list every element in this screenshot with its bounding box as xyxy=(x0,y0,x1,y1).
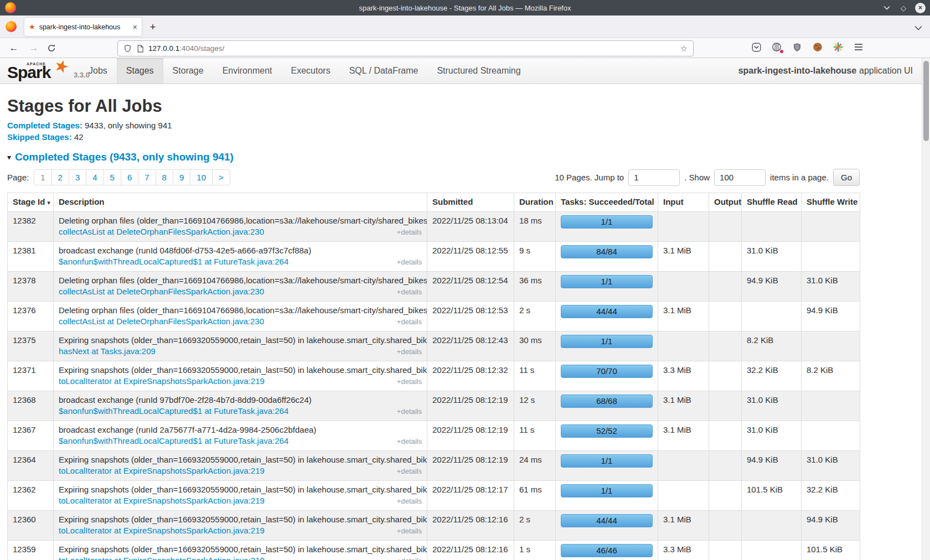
extension-asterisk-icon[interactable] xyxy=(832,41,844,53)
details-toggle[interactable]: +details xyxy=(397,556,422,560)
items-per-page-input[interactable] xyxy=(714,169,766,186)
input-cell xyxy=(658,331,709,361)
nav-item-storage[interactable]: Storage xyxy=(163,58,213,84)
nav-item-stages[interactable]: Stages xyxy=(117,58,163,84)
column-header-tasks-succeeded-total[interactable]: Tasks: Succeeded/Total xyxy=(556,193,658,212)
page-button-6[interactable]: 6 xyxy=(121,169,138,185)
forward-button[interactable]: → xyxy=(27,41,41,55)
tabs-list-button[interactable] xyxy=(914,23,922,33)
ublock-shield-icon[interactable] xyxy=(791,41,803,53)
details-toggle[interactable]: +details xyxy=(397,317,422,328)
reload-button[interactable] xyxy=(44,41,59,55)
stage-callsite-link[interactable]: collectAsList at DeleteOrphanFilesSparkA… xyxy=(59,226,264,237)
stage-callsite-link[interactable]: $anonfun$withThreadLocalCaptured$1 at Fu… xyxy=(59,256,288,267)
duration-cell: 24 ms xyxy=(514,451,556,481)
page-scrollbar[interactable] xyxy=(922,58,930,560)
stage-callsite-link[interactable]: hasNext at Tasks.java:209 xyxy=(59,346,156,357)
column-header-stage-id[interactable]: Stage Id▾ xyxy=(8,193,54,212)
go-button[interactable]: Go xyxy=(833,169,860,186)
shuffle-write-cell: 8.2 KiB xyxy=(802,361,860,391)
jump-to-page-input[interactable] xyxy=(628,169,680,186)
submitted-cell: 2022/11/25 08:12:16 xyxy=(427,541,514,560)
page-button-3[interactable]: 3 xyxy=(69,169,86,185)
page-info-icon[interactable] xyxy=(137,44,144,53)
tasks-progress-bar: 46/46 xyxy=(561,544,653,557)
page-button-8[interactable]: 8 xyxy=(156,169,173,185)
nav-item-executors[interactable]: Executors xyxy=(281,58,339,84)
bookmark-star-icon[interactable]: ☆ xyxy=(680,44,688,54)
nav-item-sql-dataframe[interactable]: SQL / DataFrame xyxy=(340,58,428,84)
spark-navbar: APACHE Spark ★ 3.3.0 JobsStagesStorageEn… xyxy=(0,58,922,84)
stage-description: broadcast exchange (runId 97bdf70e-2f28-… xyxy=(59,395,422,406)
account-container-icon[interactable] xyxy=(771,41,783,53)
column-header-description[interactable]: Description xyxy=(54,193,427,212)
nav-item-structured-streaming[interactable]: Structured Streaming xyxy=(427,58,530,84)
stage-callsite-link[interactable]: toLocalIterator at ExpireSnapshotsSparkA… xyxy=(59,465,265,476)
account-alert-badge xyxy=(779,49,784,54)
pocket-icon[interactable] xyxy=(750,41,762,53)
shuffle-write-cell: 101.5 KiB xyxy=(802,541,860,560)
tasks-cell: 44/44 xyxy=(556,302,658,331)
stage-table-row: 12371 Expiring snapshots (older_than=166… xyxy=(8,361,860,391)
stage-callsite-link[interactable]: toLocalIterator at ExpireSnapshotsSparkA… xyxy=(59,555,265,560)
scrollbar-thumb[interactable] xyxy=(923,61,929,141)
column-header-duration[interactable]: Duration xyxy=(514,193,556,212)
tasks-progress-bar: 1/1 xyxy=(561,275,653,288)
new-tab-button[interactable]: + xyxy=(145,19,161,35)
stage-id-cell: 12362 xyxy=(8,481,54,511)
tasks-cell: 1/1 xyxy=(556,272,658,302)
submitted-cell: 2022/11/25 08:12:19 xyxy=(427,451,514,481)
page-button-10[interactable]: 10 xyxy=(190,169,213,185)
shuffle-read-cell xyxy=(742,302,802,331)
back-button[interactable]: ← xyxy=(7,41,21,55)
page-button-5[interactable]: 5 xyxy=(104,169,121,185)
stage-callsite-link[interactable]: toLocalIterator at ExpireSnapshotsSparkA… xyxy=(59,525,265,536)
details-toggle[interactable]: +details xyxy=(397,436,422,447)
page-button-9[interactable]: 9 xyxy=(173,169,190,185)
column-header-shuffle-write[interactable]: Shuffle Write xyxy=(802,193,860,212)
tab-close-icon[interactable]: × xyxy=(133,23,137,32)
stage-callsite-link[interactable]: toLocalIterator at ExpireSnapshotsSparkA… xyxy=(59,495,265,506)
column-header-shuffle-read[interactable]: Shuffle Read xyxy=(742,193,802,212)
stage-table-row: 12376 Deleting orphan files (older_than=… xyxy=(8,302,860,331)
cookie-icon[interactable] xyxy=(812,41,824,53)
details-toggle[interactable]: +details xyxy=(397,496,422,507)
page-button-2[interactable]: 2 xyxy=(51,169,69,185)
stage-callsite-link[interactable]: collectAsList at DeleteOrphanFilesSparkA… xyxy=(59,286,264,297)
details-toggle[interactable]: +details xyxy=(397,526,422,537)
column-header-output[interactable]: Output xyxy=(709,193,742,212)
details-toggle[interactable]: +details xyxy=(397,466,422,477)
stage-table-row: 12382 Deleting orphan files (older_than=… xyxy=(8,212,860,242)
details-toggle[interactable]: +details xyxy=(397,257,422,268)
details-toggle[interactable]: +details xyxy=(397,227,422,238)
url-bar[interactable]: 127.0.0.1:4040/stages/ ☆ xyxy=(117,40,694,56)
browser-tab[interactable]: ★ spark-ingest-into-lakehous × xyxy=(24,18,142,36)
details-toggle[interactable]: +details xyxy=(397,406,422,417)
completed-stages-section-toggle[interactable]: ▾Completed Stages (9433, only showing 94… xyxy=(7,151,922,164)
window-close-button[interactable]: × xyxy=(915,3,926,13)
input-cell xyxy=(658,451,709,481)
details-toggle[interactable]: +details xyxy=(397,346,422,357)
page-button-4[interactable]: 4 xyxy=(86,169,104,185)
details-toggle[interactable]: +details xyxy=(397,287,422,298)
column-header-input[interactable]: Input xyxy=(658,193,709,212)
shield-permissions-icon[interactable] xyxy=(123,44,132,53)
column-header-submitted[interactable]: Submitted xyxy=(427,193,514,212)
menu-hamburger-icon[interactable] xyxy=(852,41,865,53)
submitted-cell: 2022/11/25 08:12:19 xyxy=(427,391,514,421)
details-toggle[interactable]: +details xyxy=(397,376,422,387)
tasks-cell: 1/1 xyxy=(556,212,658,242)
window-minimize-button[interactable] xyxy=(882,3,892,13)
page-button-1[interactable]: 1 xyxy=(34,169,51,185)
stage-callsite-link[interactable]: $anonfun$withThreadLocalCaptured$1 at Fu… xyxy=(59,406,288,417)
output-cell xyxy=(709,272,742,302)
page-button-7[interactable]: 7 xyxy=(138,169,156,185)
next-page-button[interactable]: > xyxy=(212,169,230,185)
nav-item-environment[interactable]: Environment xyxy=(213,58,282,84)
window-maximize-button[interactable]: ◇ xyxy=(898,3,908,13)
stage-callsite-link[interactable]: $anonfun$withThreadLocalCaptured$1 at Fu… xyxy=(59,435,288,447)
stage-callsite-link[interactable]: collectAsList at DeleteOrphanFilesSparkA… xyxy=(59,316,264,327)
firefox-icon[interactable] xyxy=(6,21,17,32)
stage-callsite-link[interactable]: toLocalIterator at ExpireSnapshotsSparkA… xyxy=(59,376,265,387)
application-name: spark-ingest-into-lakehouse xyxy=(738,66,856,76)
